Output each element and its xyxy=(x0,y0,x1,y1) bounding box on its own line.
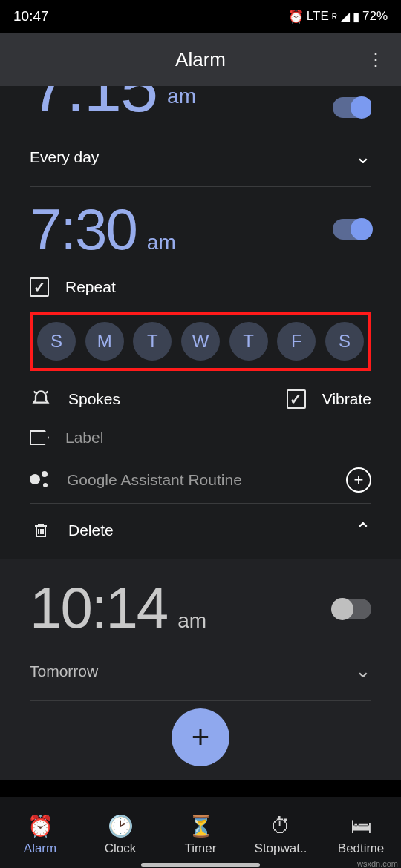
alarm-ampm: am xyxy=(167,86,196,119)
overflow-menu-button[interactable]: ⋮ xyxy=(358,33,394,86)
alarm-schedule: Tomorrow xyxy=(30,662,98,680)
assistant-row[interactable]: Google Assistant Routine + xyxy=(30,457,371,503)
label-icon xyxy=(30,430,49,445)
bed-icon: 🛏 xyxy=(351,814,371,838)
delete-label: Delete xyxy=(68,522,114,539)
signal-icon: ◢ xyxy=(340,9,350,24)
network-label: LTE xyxy=(307,9,329,24)
alarm-time: 7:30 xyxy=(30,200,137,258)
days-highlight-box: S M T W T F S xyxy=(30,312,371,371)
day-tue[interactable]: T xyxy=(133,322,172,361)
gesture-bar xyxy=(141,863,260,867)
battery-icon: ▮ xyxy=(353,9,359,24)
chevron-down-icon[interactable]: ⌄ xyxy=(355,145,371,168)
alarm-item-0[interactable]: 7.15 am Every day ⌄ xyxy=(0,86,401,187)
alarm-item-2[interactable]: 10:14 am Tomorrow ⌄ xyxy=(0,559,401,701)
add-routine-button[interactable]: + xyxy=(346,467,371,493)
chevron-up-icon[interactable]: ⌃ xyxy=(355,519,371,542)
label-row[interactable]: Label xyxy=(30,418,371,457)
alarm-time-button[interactable]: 7:30 am xyxy=(30,200,176,258)
chevron-down-icon[interactable]: ⌄ xyxy=(355,660,371,683)
nav-label: Stopwat.. xyxy=(255,841,307,856)
network-sup: R xyxy=(332,13,337,21)
page-title: Alarm xyxy=(175,48,226,71)
nav-stopwatch[interactable]: ⏱ Stopwat.. xyxy=(244,814,318,856)
nav-clock[interactable]: 🕑 Clock xyxy=(83,814,157,856)
label-text: Label xyxy=(65,429,103,447)
nav-label: Bedtime xyxy=(338,841,384,856)
sound-label: Spokes xyxy=(68,390,120,408)
vibrate-row[interactable]: Vibrate xyxy=(287,389,371,409)
battery-label: 72% xyxy=(362,9,388,24)
status-time: 10:47 xyxy=(13,8,49,24)
alarm-schedule: Every day xyxy=(30,148,99,166)
nav-timer[interactable]: ⏳ Timer xyxy=(163,814,238,856)
delete-button[interactable]: Delete xyxy=(30,521,114,540)
watermark: wsxdn.com xyxy=(357,859,398,868)
repeat-checkbox[interactable] xyxy=(30,277,49,297)
alarm-icon: ⏰ xyxy=(27,814,53,838)
stopwatch-icon: ⏱ xyxy=(270,814,291,838)
alarm-list: 7.15 am Every day ⌄ 7:30 am Repeat S M T xyxy=(0,86,401,780)
add-alarm-fab[interactable]: + xyxy=(172,708,229,766)
sound-row[interactable]: Spokes xyxy=(30,389,120,410)
hourglass-icon: ⏳ xyxy=(188,814,214,838)
status-bar: 10:47 ⏰ LTE R ◢ ▮ 72% xyxy=(0,0,401,33)
nav-label: Clock xyxy=(105,841,137,856)
alarm-toggle[interactable] xyxy=(333,219,371,240)
nav-label: Alarm xyxy=(24,841,56,856)
alarm-ampm: am xyxy=(177,609,206,643)
status-right: ⏰ LTE R ◢ ▮ 72% xyxy=(288,9,388,24)
day-thu[interactable]: T xyxy=(229,322,268,361)
vibrate-label: Vibrate xyxy=(322,390,371,408)
vibrate-checkbox[interactable] xyxy=(287,389,306,409)
alarm-toggle[interactable] xyxy=(333,599,371,619)
assistant-icon xyxy=(30,470,50,490)
alarm-item-1: 7:30 am Repeat S M T W T F S Spokes xyxy=(0,187,401,559)
alarm-ampm: am xyxy=(147,231,176,254)
repeat-label: Repeat xyxy=(65,278,116,296)
app-bar: Alarm ⋮ xyxy=(0,33,401,86)
day-mon[interactable]: M xyxy=(85,322,124,361)
day-wed[interactable]: W xyxy=(181,322,220,361)
nav-label: Timer xyxy=(185,841,217,856)
nav-bedtime[interactable]: 🛏 Bedtime xyxy=(324,814,398,856)
alarm-time: 10:14 xyxy=(30,574,167,642)
alarm-set-icon: ⏰ xyxy=(288,9,304,24)
nav-alarm[interactable]: ⏰ Alarm xyxy=(3,814,77,856)
alarm-sound-icon xyxy=(30,389,52,410)
alarm-toggle[interactable] xyxy=(333,97,371,118)
alarm-time: 7.15 xyxy=(30,86,157,102)
repeat-row[interactable]: Repeat xyxy=(30,267,371,307)
day-fri[interactable]: F xyxy=(277,322,316,361)
bottom-nav: ⏰ Alarm 🕑 Clock ⏳ Timer ⏱ Stopwat.. 🛏 Be… xyxy=(0,797,401,868)
day-sun[interactable]: S xyxy=(37,322,76,361)
assistant-label: Google Assistant Routine xyxy=(67,471,242,489)
trash-icon xyxy=(30,521,52,540)
clock-icon: 🕑 xyxy=(108,814,134,838)
day-sat[interactable]: S xyxy=(325,322,364,361)
